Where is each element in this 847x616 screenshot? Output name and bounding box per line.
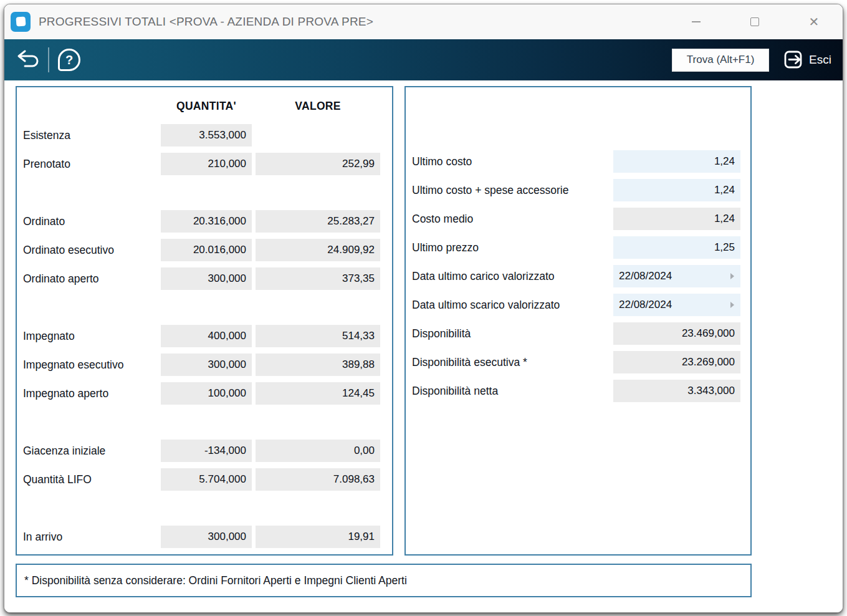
row-label: Disponibilità esecutiva *: [406, 356, 610, 369]
date-value: 22/08/2024: [619, 270, 672, 282]
impegnato-quantity-field: 400,000: [161, 325, 252, 347]
table-row-ordinato-esecutivo: Ordinato esecutivo 20.016,000 24.909,92: [17, 236, 392, 264]
row-label: Impegnato esecutivo: [17, 359, 157, 372]
window-title: PROGRESSIVI TOTALI <PROVA - AZIENDA DI P…: [39, 15, 373, 29]
totals-panel: QUANTITA' VALORE Esistenza 3.553,000 Pre…: [16, 86, 393, 556]
table-row-impegnato: Impegnato 400,000 514,33: [17, 322, 392, 350]
table-row-giacenza-iniziale: Giacenza iniziale -134,000 0,00: [17, 436, 392, 465]
close-button[interactable]: ✕: [797, 4, 831, 39]
row-label: Ordinato: [17, 215, 157, 228]
minimize-button[interactable]: [679, 4, 714, 39]
row-label: In arrivo: [17, 531, 157, 544]
help-button[interactable]: ?: [53, 46, 85, 74]
impegnato-value-field: 514,33: [256, 325, 380, 347]
app-logo-icon: [11, 12, 31, 32]
table-row-ordinato: Ordinato 20.316,000 25.283,27: [17, 207, 392, 236]
impegnato-aperto-quantity-field: 100,000: [161, 382, 252, 405]
row-label: Disponibilità netta: [406, 385, 610, 398]
table-row-in-arrivo: In arrivo 300,000 19,91: [17, 522, 392, 551]
close-icon: ✕: [809, 16, 820, 28]
date-value: 22/08/2024: [619, 299, 672, 310]
costs-panel: Ultimo costo 1,24 Ultimo costo + spese a…: [404, 86, 752, 556]
footnote-text: * Disponibilità senza considerare: Ordin…: [24, 574, 407, 587]
ultimo-costo-spese-field[interactable]: 1,24: [613, 179, 740, 201]
exit-button[interactable]: Esci: [783, 49, 831, 70]
row-label: Disponibilità: [406, 327, 610, 340]
data-ultimo-scarico-field[interactable]: 22/08/2024: [613, 294, 740, 316]
quantita-lifo-quantity-field: 5.704,000: [161, 468, 252, 491]
table-row-disponibilita-esecutiva: Disponibilità esecutiva * 23.269,000: [406, 348, 750, 377]
giacenza-iniziale-quantity-field: -134,000: [161, 440, 252, 462]
data-ultimo-carico-field[interactable]: 22/08/2024: [613, 265, 740, 287]
table-row-esistenza: Esistenza 3.553,000: [17, 121, 392, 150]
row-label: Ordinato esecutivo: [17, 244, 157, 257]
disponibilita-netta-field: 3.343,000: [613, 380, 740, 402]
row-label: Data ultimo scarico valorizzato: [406, 299, 610, 312]
chevron-right-icon: [730, 273, 734, 279]
table-row-data-ultimo-scarico: Data ultimo scarico valorizzato 22/08/20…: [406, 291, 750, 319]
table-row-ultimo-prezzo: Ultimo prezzo 1,25: [406, 233, 750, 262]
in-arrivo-quantity-field: 300,000: [161, 526, 252, 548]
row-spacer: [17, 408, 392, 436]
row-label: Ultimo costo + spese accessorie: [406, 184, 610, 197]
in-arrivo-value-field: 19,91: [256, 526, 380, 548]
row-label: Ultimo prezzo: [406, 241, 610, 254]
esistenza-quantity-field: 3.553,000: [161, 124, 252, 147]
minimize-icon: [692, 21, 701, 22]
row-label: Ordinato aperto: [17, 272, 157, 286]
quantita-lifo-value-field: 7.098,63: [256, 468, 380, 491]
table-row-data-ultimo-carico: Data ultimo carico valorizzato 22/08/202…: [406, 262, 750, 291]
prenotato-value-field: 252,99: [256, 153, 380, 175]
undo-arrow-icon: [15, 49, 41, 70]
table-row-prenotato: Prenotato 210,000 252,99: [17, 150, 392, 178]
footnote-box: * Disponibilità senza considerare: Ordin…: [16, 564, 752, 597]
content-area: QUANTITA' VALORE Esistenza 3.553,000 Pre…: [4, 80, 843, 613]
find-button[interactable]: Trova (Alt+F1): [672, 49, 769, 72]
ordinato-esecutivo-value-field: 24.909,92: [256, 239, 380, 261]
table-row-disponibilita-netta: Disponibilità netta 3.343,000: [406, 377, 750, 405]
row-label: Data ultimo carico valorizzato: [406, 270, 610, 283]
toolbar: ? Trova (Alt+F1) Esci: [4, 39, 843, 80]
row-label: Costo medio: [406, 213, 610, 226]
row-label: Prenotato: [17, 158, 157, 171]
table-row-disponibilita: Disponibilità 23.469,000: [406, 319, 750, 348]
row-spacer: [17, 178, 392, 207]
impegnato-esecutivo-value-field: 389,88: [256, 354, 380, 376]
find-button-label: Trova (Alt+F1): [687, 54, 754, 66]
impegnato-esecutivo-quantity-field: 300,000: [161, 354, 252, 376]
ordinato-aperto-value-field: 373,35: [256, 267, 380, 290]
table-row-costo-medio: Costo medio 1,24: [406, 205, 750, 233]
chevron-right-icon: [730, 302, 734, 308]
row-label: Giacenza iniziale: [17, 445, 157, 458]
row-label: Quantità LIFO: [17, 473, 157, 486]
help-icon: ?: [58, 49, 80, 71]
toolbar-right: Trova (Alt+F1) Esci: [672, 39, 831, 80]
row-label: Ultimo costo: [406, 155, 610, 168]
ordinato-value-field: 25.283,27: [256, 210, 380, 233]
row-label: Esistenza: [17, 129, 157, 142]
ordinato-esecutivo-quantity-field: 20.016,000: [161, 239, 252, 261]
impegnato-aperto-value-field: 124,45: [256, 382, 380, 405]
row-label: Impegnato aperto: [17, 387, 157, 400]
quantity-column-header: QUANTITA': [161, 100, 252, 113]
disponibilita-esecutiva-field: 23.269,000: [613, 351, 740, 373]
row-spacer: [17, 293, 392, 322]
table-row-impegnato-esecutivo: Impegnato esecutivo 300,000 389,88: [17, 350, 392, 379]
row-spacer: [17, 494, 392, 522]
back-button[interactable]: [12, 46, 44, 74]
disponibilita-field: 23.469,000: [613, 322, 740, 345]
table-row-quantita-lifo: Quantità LIFO 5.704,000 7.098,63: [17, 465, 392, 494]
ultimo-prezzo-field[interactable]: 1,25: [613, 236, 740, 259]
row-label: Impegnato: [17, 330, 157, 343]
app-window: PROGRESSIVI TOTALI <PROVA - AZIENDA DI P…: [4, 4, 843, 613]
maximize-button[interactable]: [737, 4, 772, 39]
value-column-header: VALORE: [256, 100, 380, 113]
table-row-ordinato-aperto: Ordinato aperto 300,000 373,35: [17, 264, 392, 293]
ordinato-quantity-field: 20.316,000: [161, 210, 252, 233]
table-row-ultimo-costo-spese: Ultimo costo + spese accessorie 1,24: [406, 176, 750, 205]
totals-header-row: QUANTITA' VALORE: [17, 94, 392, 118]
ordinato-aperto-quantity-field: 300,000: [161, 267, 252, 290]
giacenza-iniziale-value-field: 0,00: [256, 440, 380, 462]
ultimo-costo-field[interactable]: 1,24: [613, 150, 740, 173]
costo-medio-field: 1,24: [613, 208, 740, 230]
